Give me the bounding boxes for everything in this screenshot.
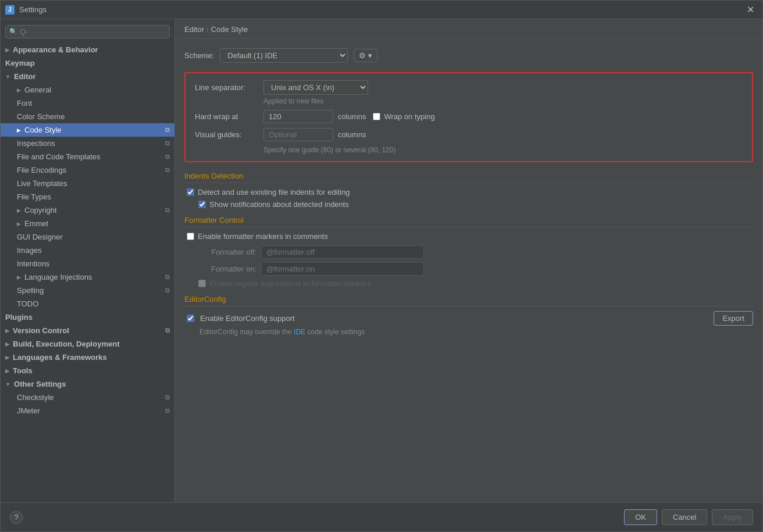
title-bar-left: J Settings [5, 5, 47, 15]
enable-regex-checkbox[interactable] [198, 280, 206, 287]
sidebar-item-emmet[interactable]: ▶ Emmet [1, 217, 174, 230]
sidebar-item-versioncontrol[interactable]: ▶ Version Control ⧉ [1, 324, 174, 337]
sidebar-item-label: Build, Execution, Deployment [13, 340, 119, 348]
main-content-area: Editor › Code Style Scheme: Default (1) … [175, 19, 762, 502]
chevron-right-icon: ▶ [17, 127, 21, 133]
sidebar-item-plugins[interactable]: Plugins [1, 310, 174, 324]
sidebar-item-todo[interactable]: TODO [1, 297, 174, 310]
wrap-on-typing-checkbox[interactable] [373, 113, 380, 120]
chevron-right-icon: ▶ [17, 87, 21, 93]
sidebar-item-languageinjections[interactable]: ▶ Language Injections ⧉ [1, 270, 174, 284]
sidebar-item-livetemplates[interactable]: Live Templates [1, 177, 174, 190]
sidebar-item-label: GUI Designer [17, 233, 63, 241]
search-input[interactable] [20, 27, 166, 36]
enable-formatter-row: Enable formatter markers in comments [187, 232, 753, 241]
hard-wrap-label: Hard wrap at [195, 112, 259, 121]
sidebar-item-filetypes[interactable]: File Types [1, 190, 174, 203]
show-notifications-label[interactable]: Show notifications about detected indent… [209, 200, 349, 209]
sidebar-item-colorscheme[interactable]: Color Scheme [1, 110, 174, 123]
hard-wrap-input[interactable] [263, 110, 333, 123]
sidebar-item-othersettings[interactable]: ▼ Other Settings [1, 377, 174, 391]
sidebar-item-label: Live Templates [17, 179, 67, 188]
settings-window: J Settings ✕ 🔍 ▶ Appearance & Behavior K… [0, 0, 763, 532]
scheme-label: Scheme: [184, 51, 214, 60]
breadcrumb-editor: Editor [184, 25, 204, 34]
sidebar-item-label: Spelling [17, 286, 44, 295]
sidebar-item-tools[interactable]: ▶ Tools [1, 364, 174, 377]
sidebar-item-guidesigner[interactable]: GUI Designer [1, 230, 174, 244]
scheme-row: Scheme: Default (1) IDE ⚙ ▾ [184, 48, 753, 63]
show-notifications-checkbox[interactable] [198, 201, 206, 208]
bottom-left: ? [10, 511, 23, 524]
sidebar-item-intentions[interactable]: Intentions [1, 257, 174, 270]
visual-guides-label: Visual guides: [195, 130, 259, 139]
visual-guides-columns-label: columns [338, 130, 366, 139]
sidebar-item-buildexec[interactable]: ▶ Build, Execution, Deployment [1, 337, 174, 351]
hard-wrap-row: Hard wrap at columns Wrap on typing [195, 110, 743, 123]
formatter-on-input[interactable] [261, 262, 424, 276]
sidebar-item-images[interactable]: Images [1, 244, 174, 257]
show-notifications-row: Show notifications about detected indent… [198, 200, 753, 209]
hard-wrap-columns-label: columns [338, 112, 366, 121]
sidebar-item-label: Tools [13, 366, 33, 375]
editorconfig-enable-row: Enable EditorConfig support Export [187, 311, 753, 326]
ok-button[interactable]: OK [624, 509, 657, 525]
detect-indents-label[interactable]: Detect and use existing file indents for… [198, 188, 350, 197]
applied-note: Applied to new files [263, 97, 743, 105]
sidebar-item-keymap[interactable]: Keymap [1, 56, 174, 70]
scheme-select[interactable]: Default (1) IDE [220, 48, 348, 63]
sidebar-item-label: Color Scheme [17, 112, 65, 121]
formatter-off-label: Formatter off: [198, 248, 256, 256]
sidebar-item-editor[interactable]: ▼ Editor [1, 70, 174, 83]
line-separator-select[interactable]: Unix and OS X (\n) [263, 80, 368, 95]
sidebar-item-label: Languages & Frameworks [13, 353, 107, 362]
sidebar-item-codestyle[interactable]: ▶ Code Style ⧉ [1, 123, 174, 137]
sidebar-item-copyright[interactable]: ▶ Copyright ⧉ [1, 203, 174, 217]
sidebar-item-inspections[interactable]: Inspections ⧉ [1, 137, 174, 150]
ide-link[interactable]: IDE [294, 328, 305, 336]
detect-indents-checkbox[interactable] [187, 188, 194, 196]
sidebar-item-spelling[interactable]: Spelling ⧉ [1, 284, 174, 297]
sidebar-item-jmeter[interactable]: JMeter ⧉ [1, 404, 174, 417]
help-button[interactable]: ? [10, 511, 23, 524]
sidebar-item-font[interactable]: Font [1, 97, 174, 110]
formatter-control-header: Formatter Control [184, 216, 753, 227]
sidebar-item-general[interactable]: ▶ General [1, 83, 174, 97]
formatter-off-input[interactable] [261, 245, 424, 259]
sidebar-item-label: File and Code Templates [17, 152, 101, 161]
sidebar-item-filecodetemplates[interactable]: File and Code Templates ⧉ [1, 150, 174, 163]
scheme-gear-button[interactable]: ⚙ ▾ [354, 49, 377, 62]
line-separator-label: Line separator: [195, 83, 259, 92]
breadcrumb-codestyle: Code Style [211, 25, 248, 34]
sidebar-item-fileencodings[interactable]: File Encodings ⧉ [1, 163, 174, 177]
export-button[interactable]: Export [714, 311, 753, 326]
sidebar-item-appearance[interactable]: ▶ Appearance & Behavior [1, 43, 174, 56]
wrap-on-typing-label[interactable]: Wrap on typing [384, 112, 434, 121]
copy-icon: ⧉ [165, 407, 170, 415]
sidebar-item-label: Appearance & Behavior [13, 45, 98, 54]
chevron-right-icon: ▶ [5, 47, 9, 53]
close-button[interactable]: ✕ [743, 3, 758, 16]
sidebar-item-label: File Types [17, 192, 51, 201]
chevron-right-icon: ▶ [17, 221, 21, 227]
breadcrumb-sep: › [206, 25, 211, 34]
visual-guides-row: Visual guides: columns [195, 128, 743, 141]
sidebar-item-languages[interactable]: ▶ Languages & Frameworks [1, 351, 174, 364]
editorconfig-checkbox[interactable] [187, 315, 194, 322]
editorconfig-header: EditorConfig [184, 295, 753, 306]
detect-indents-row: Detect and use existing file indents for… [187, 188, 753, 197]
sidebar-item-checkstyle[interactable]: Checkstyle ⧉ [1, 391, 174, 404]
enable-formatter-label[interactable]: Enable formatter markers in comments [198, 232, 328, 241]
enable-formatter-checkbox[interactable] [187, 233, 194, 240]
cancel-button[interactable]: Cancel [662, 509, 707, 525]
chevron-right-icon: ▶ [17, 274, 21, 280]
sidebar-item-label: Code Style [24, 126, 62, 134]
sidebar-item-label: Images [17, 246, 42, 255]
copy-icon: ⧉ [165, 166, 170, 174]
sidebar-item-label: TODO [17, 299, 38, 308]
bottom-bar: ? OK Cancel Apply [1, 502, 762, 531]
visual-guides-input[interactable] [263, 128, 333, 141]
editorconfig-label[interactable]: Enable EditorConfig support [200, 314, 295, 323]
sidebar-item-label: Emmet [24, 219, 48, 228]
apply-button[interactable]: Apply [712, 509, 753, 525]
